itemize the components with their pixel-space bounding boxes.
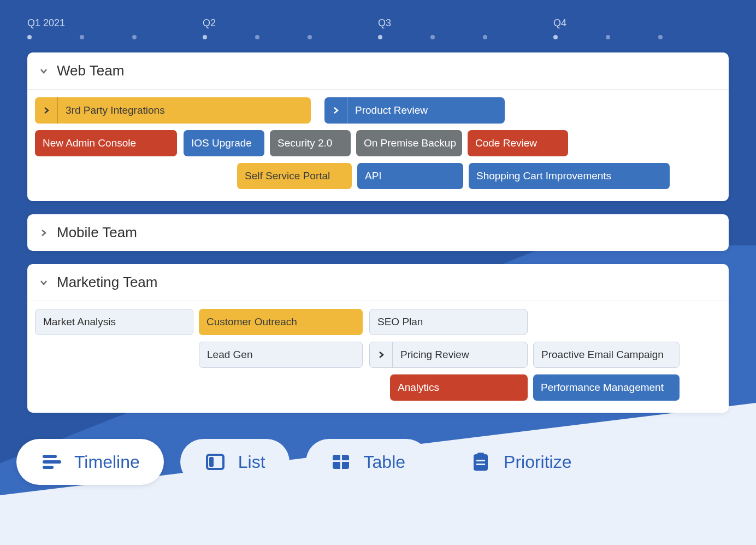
timeline-bar[interactable]: Self Service Portal [237, 163, 352, 189]
timeline-bar-label: Proactive Email Campaign [534, 349, 671, 361]
timeline-bar-label: Customer Outreach [199, 316, 305, 328]
quarter-label: Q1 2021 [27, 17, 65, 29]
timeline-bar[interactable]: Code Review [468, 130, 568, 156]
swimlane-body: 3rd Party IntegrationsProduct ReviewNew … [27, 90, 729, 201]
tick-dot [483, 35, 487, 39]
table-icon [330, 451, 352, 473]
timeline-bar[interactable]: Pricing Review [369, 342, 528, 368]
timeline-row: Market AnalysisCustomer OutreachSEO Plan [35, 309, 721, 335]
timeline-bar-label: Pricing Review [393, 349, 477, 361]
timeline-row: AnalyticsPerformance Management [35, 374, 721, 401]
chevron-right-icon[interactable] [35, 97, 58, 124]
chevron-down-icon[interactable] [38, 277, 49, 288]
view-tab-label: Prioritize [504, 452, 571, 472]
tick-dot [308, 35, 312, 39]
timeline-bar[interactable]: Analytics [390, 374, 528, 401]
view-tab-label: Table [364, 452, 406, 472]
timeline-bar[interactable]: New Admin Console [35, 130, 177, 156]
view-tab-timeline[interactable]: Timeline [16, 439, 164, 485]
timeline-row: Lead GenPricing ReviewProactive Email Ca… [35, 342, 721, 368]
timeline-bar[interactable]: Lead Gen [199, 342, 363, 368]
timeline-bar-label: Lead Gen [199, 349, 260, 361]
timeline-bar-label: New Admin Console [35, 137, 144, 149]
tick-dot [132, 35, 137, 39]
view-tab-prioritize[interactable]: Prioritize [446, 439, 595, 485]
timeline-bar[interactable]: On Premise Backup [356, 130, 462, 156]
timeline-bar[interactable]: Proactive Email Campaign [533, 342, 680, 368]
timeline-bar[interactable]: Security 2.0 [270, 130, 351, 156]
tick-dot [203, 35, 207, 39]
timeline-icon [40, 451, 62, 473]
swimlane-title: Marketing Team [57, 274, 158, 291]
svg-rect-1 [43, 460, 61, 464]
timeline-bar[interactable]: IOS Upgrade [184, 130, 264, 156]
timeline-bar[interactable]: Market Analysis [35, 309, 193, 335]
timeline-bar-label: Product Review [347, 104, 435, 116]
tick-dot [378, 35, 382, 39]
quarter-label: Q4 [553, 17, 566, 29]
timeline-bar-label: On Premise Backup [356, 137, 464, 149]
swimlane: Marketing TeamMarket AnalysisCustomer Ou… [27, 264, 729, 413]
timeline-bar-label: Performance Management [533, 382, 671, 394]
timeline-row: New Admin ConsoleIOS UpgradeSecurity 2.0… [35, 130, 721, 156]
timeline-row: 3rd Party IntegrationsProduct Review [35, 97, 721, 124]
svg-rect-10 [476, 460, 485, 461]
tick-dot [553, 35, 558, 39]
chevron-right-icon[interactable] [370, 342, 393, 367]
tick-dot [658, 35, 663, 39]
timeline-row: Self Service PortalAPIShopping Cart Impr… [35, 163, 721, 189]
list-icon [204, 451, 226, 473]
tick-dot [27, 35, 32, 39]
timeline-bar-label: Market Analysis [36, 316, 123, 328]
timeline-bar[interactable]: SEO Plan [369, 309, 528, 335]
view-tab-label: Timeline [74, 452, 140, 472]
tick-dot [606, 35, 610, 39]
timeline-bar[interactable]: 3rd Party Integrations [35, 97, 311, 124]
svg-rect-4 [209, 457, 214, 467]
timeline-bar-label: 3rd Party Integrations [58, 104, 173, 116]
svg-rect-0 [43, 455, 57, 458]
svg-rect-7 [340, 455, 342, 469]
timeline-bar[interactable]: API [357, 163, 463, 189]
swimlane-header[interactable]: Web Team [27, 52, 729, 90]
timeline-bar-label: API [357, 170, 389, 182]
timeline-bar[interactable]: Customer Outreach [199, 309, 363, 335]
quarter-label: Q2 [203, 17, 216, 29]
timeline-header: Q1 2021 Q2 Q3 Q4 [27, 17, 729, 39]
timeline-bar-label: Security 2.0 [270, 137, 340, 149]
swimlane-body: Market AnalysisCustomer OutreachSEO Plan… [27, 301, 729, 413]
timeline-bar-label: Code Review [468, 137, 545, 149]
swimlane: Mobile Team [27, 214, 729, 251]
timeline-bar-label: Shopping Cart Improvements [469, 170, 619, 182]
swimlane-title: Web Team [57, 62, 124, 79]
swimlane-title: Mobile Team [57, 224, 137, 241]
view-tab-table[interactable]: Table [306, 439, 430, 485]
view-switcher: TimelineListTablePrioritize [16, 439, 596, 485]
view-tab-label: List [238, 452, 265, 472]
chevron-down-icon[interactable] [38, 66, 49, 77]
quarter-label: Q3 [378, 17, 391, 29]
tick-dot [430, 35, 435, 39]
svg-rect-11 [476, 464, 485, 465]
chevron-right-icon[interactable] [38, 227, 49, 238]
timeline-bar[interactable]: Product Review [324, 97, 505, 124]
timeline-bar-label: SEO Plan [370, 316, 430, 328]
timeline-bar-label: Self Service Portal [237, 170, 338, 182]
timeline-bar[interactable]: Performance Management [533, 374, 680, 401]
timeline-bar[interactable]: Shopping Cart Improvements [469, 163, 670, 189]
tick-dot [255, 35, 259, 39]
chevron-right-icon[interactable] [324, 97, 347, 124]
svg-rect-2 [43, 466, 54, 469]
view-tab-list[interactable]: List [180, 439, 290, 485]
tick-dot [80, 35, 84, 39]
svg-rect-9 [477, 453, 484, 457]
swimlane-header[interactable]: Marketing Team [27, 264, 729, 301]
timeline-bar-label: IOS Upgrade [184, 137, 259, 149]
prioritize-icon [470, 451, 492, 473]
swimlane-header[interactable]: Mobile Team [27, 214, 729, 251]
timeline-bar-label: Analytics [390, 382, 447, 394]
swimlane: Web Team3rd Party IntegrationsProduct Re… [27, 52, 729, 201]
